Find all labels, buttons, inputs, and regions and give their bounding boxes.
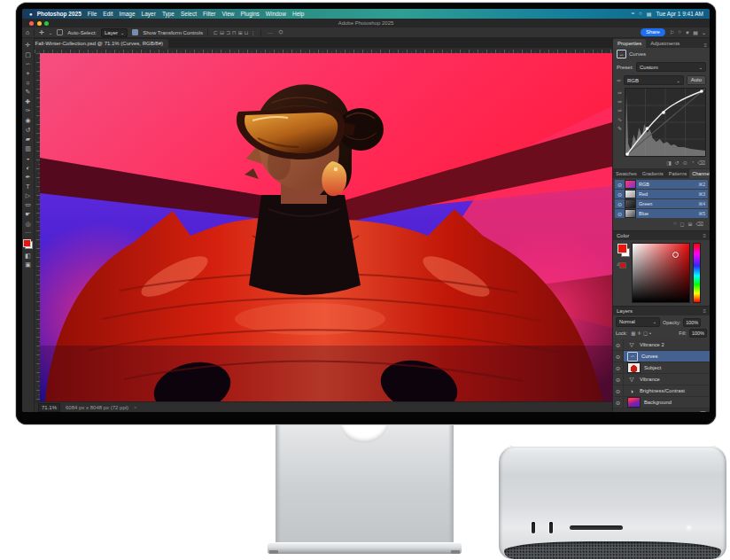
zoom-level-field[interactable]: 71.1% (38, 403, 60, 412)
control-center-icon[interactable]: ▤ (647, 11, 652, 17)
menu-item[interactable]: Plugins (240, 11, 259, 17)
tab-color[interactable]: Color (617, 233, 629, 238)
layer-row-body[interactable]: Subject (624, 362, 710, 373)
search-icon[interactable]: ○ (639, 11, 642, 17)
saturation-brightness-field[interactable] (632, 243, 690, 303)
visibility-eye-icon[interactable]: ⊙ (613, 351, 624, 362)
menu-item[interactable]: Select (181, 11, 197, 17)
curves-editor[interactable]: ✑✑✑∿✎ (613, 87, 710, 159)
channel-row[interactable]: ⊙Green⌘4 (615, 199, 708, 208)
menu-item[interactable]: Window (266, 11, 286, 17)
healing-brush-tool[interactable]: ✚ (22, 97, 34, 107)
auto-button[interactable]: Auto (687, 75, 706, 85)
reset-icon[interactable]: ◔ (691, 159, 695, 166)
visibility-eye-icon[interactable]: ⊙ (617, 182, 622, 188)
tab-adjustments[interactable]: Adjustments (646, 39, 684, 48)
hue-slider[interactable] (693, 243, 701, 303)
move-tool[interactable]: ✛ (22, 41, 34, 51)
layer-row[interactable]: ⊙▽Vibrance 2 (613, 339, 710, 351)
blur-tool[interactable]: ◒ (22, 153, 34, 163)
layer-row[interactable]: ⊙◑Brightness/Contrast (613, 385, 710, 397)
clone-stamp-tool[interactable]: ◉ (22, 116, 34, 126)
layer-row-body[interactable]: Background (624, 397, 710, 408)
align-left-icon[interactable]: ⊏ (214, 29, 218, 35)
load-selection-icon[interactable]: ○ (673, 221, 677, 227)
home-icon[interactable]: ⌂ (26, 29, 29, 35)
channel-row[interactable]: ⊙Red⌘3 (615, 190, 708, 198)
visibility-eye-icon[interactable]: ⊙ (613, 397, 624, 408)
marquee-tool[interactable]: ▢ (22, 51, 34, 60)
channel-eyedropper-icon[interactable]: ✑ (617, 77, 621, 83)
zoom-tool[interactable]: ◎ (22, 219, 34, 229)
align-right-icon[interactable]: ⊐ (226, 29, 230, 35)
visibility-eye-icon[interactable]: ⊙ (617, 191, 622, 198)
curves-plot[interactable] (625, 88, 706, 157)
pen-tool[interactable]: ✒ (22, 172, 34, 182)
quick-mask-button[interactable]: ◧ (22, 251, 34, 261)
lock-position-icon[interactable]: ✛ (637, 331, 641, 336)
layers-panel-menu-icon[interactable]: ≡ (703, 308, 706, 314)
more-options-icon[interactable]: ⋯ (267, 29, 272, 35)
new-channel-icon[interactable]: ⊞ (687, 221, 692, 227)
menu-item[interactable]: View (222, 11, 235, 17)
align-top-icon[interactable]: ⊓ (232, 29, 237, 35)
new-layer-icon[interactable]: ⊞ (690, 410, 695, 412)
foreground-color-swatch[interactable] (23, 239, 31, 247)
brush-tool[interactable]: ✑ (22, 106, 34, 116)
delete-channel-icon[interactable]: ⌫ (696, 221, 703, 227)
chevron-down-icon[interactable]: ⌄ (702, 29, 706, 35)
lock-transparency-icon[interactable]: ▦ (631, 331, 635, 336)
new-adjustment-icon[interactable]: ◑ (675, 411, 679, 413)
path-selection-tool[interactable]: ▷ (22, 191, 34, 201)
channel-row[interactable]: ⊙Blue⌘5 (615, 209, 708, 218)
object-selection-tool[interactable]: ⌖ (22, 69, 34, 79)
white-point-eyedropper-icon[interactable]: ✑ (617, 107, 622, 113)
menu-item[interactable]: Type (162, 11, 175, 17)
tab-properties[interactable]: Properties (613, 39, 646, 48)
save-selection-icon[interactable]: ◻ (680, 221, 685, 227)
lock-all-icon[interactable]: ▪ (649, 331, 651, 336)
align-center-h-icon[interactable]: ⊟ (220, 29, 224, 35)
notifications-icon[interactable]: ⚐ (670, 29, 674, 35)
layer-row[interactable]: ⊙∽Curves (613, 351, 710, 362)
align-bottom-icon[interactable]: ⊔ (245, 29, 249, 35)
foreground-color-chip[interactable] (617, 244, 627, 253)
tab-layers[interactable]: Layers (617, 308, 633, 314)
delete-adjustment-icon[interactable]: ⌫ (698, 159, 705, 166)
color-picker-cursor[interactable] (672, 252, 679, 258)
apple-logo-icon[interactable]: ● (29, 12, 33, 17)
layer-effects-icon[interactable]: fx (661, 411, 665, 413)
wifi-icon[interactable]: ≈ (632, 11, 634, 17)
visibility-eye-icon[interactable]: ⊙ (617, 211, 622, 217)
move-tool-icon[interactable]: ✛ (39, 29, 44, 36)
add-mask-icon[interactable]: ◐ (669, 411, 672, 413)
menu-item[interactable]: Edit (103, 11, 113, 17)
tab-channels[interactable]: Channels (689, 169, 710, 178)
visibility-eye-icon[interactable]: ⊙ (613, 362, 624, 373)
visibility-eye-icon[interactable]: ⊙ (613, 339, 624, 350)
menu-app-name[interactable]: Photoshop 2025 (37, 11, 82, 17)
opacity-value[interactable]: 100% (683, 318, 701, 327)
canvas[interactable] (40, 53, 612, 401)
layer-row-body[interactable]: ◑Brightness/Contrast (624, 385, 710, 396)
color-panel-header[interactable]: Color ≡ (613, 230, 710, 240)
menu-item[interactable]: Help (292, 11, 304, 17)
lasso-tool[interactable]: ∽ (22, 59, 34, 69)
visibility-eye-icon[interactable]: ⊙ (613, 385, 624, 396)
align-middle-icon[interactable]: ⊞ (238, 29, 243, 35)
tab-swatches[interactable]: Swatches (613, 169, 640, 178)
layer-row[interactable]: ⊙Background (613, 397, 710, 408)
menu-item[interactable]: File (88, 11, 97, 17)
visibility-toggle-icon[interactable]: ⊙ (683, 159, 687, 166)
black-point-eyedropper-icon[interactable]: ✑ (617, 89, 622, 96)
blend-mode-dropdown[interactable]: Normal⌄ (616, 317, 660, 327)
crop-tool[interactable]: ⌗ (22, 78, 34, 88)
tool-preset-chevron-icon[interactable]: ⌄ (49, 30, 52, 35)
tab-gradients[interactable]: Gradients (640, 169, 666, 178)
layers-panel-header[interactable]: Layers ≡ (613, 306, 710, 315)
panel-menu-icon[interactable]: ≡ (703, 43, 707, 48)
menu-item[interactable]: Filter (203, 11, 215, 17)
share-button[interactable]: Share (641, 28, 665, 36)
color-panel-menu-icon[interactable]: ≡ (703, 233, 706, 238)
menu-item[interactable]: Image (120, 11, 136, 17)
